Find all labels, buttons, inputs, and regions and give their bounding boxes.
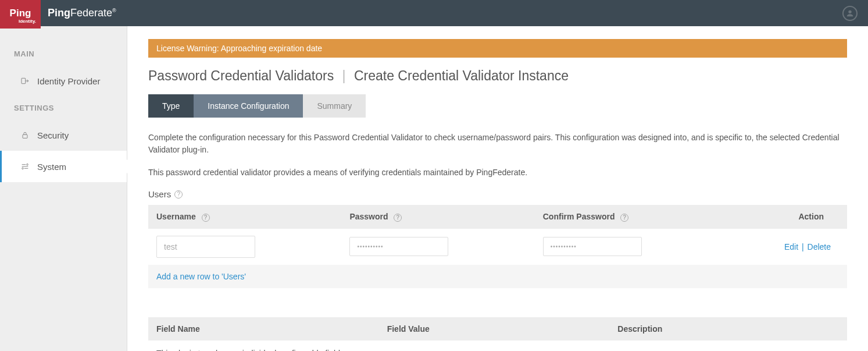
empty-fields-message: This plugin type has no individual confi… [148,341,847,352]
help-icon[interactable]: ? [620,214,628,222]
users-table: Username ? Password ? Confirm Password ?… [148,205,847,288]
svg-rect-2 [23,134,27,138]
col-username: Username ? [148,205,341,229]
sidebar-item-identity-provider[interactable]: Identity Provider [0,65,127,97]
breadcrumb-parent[interactable]: Password Credential Validators [148,68,334,83]
page-title: Password Credential Validators | Create … [148,68,847,84]
help-icon[interactable]: ? [174,190,183,198]
col-field-value: Field Value [379,317,610,341]
col-confirm-password: Confirm Password ? [535,205,728,229]
description-primary: Complete the configuration necessary for… [148,132,847,156]
tab-instance-configuration[interactable]: Instance Configuration [194,94,303,118]
svg-point-0 [848,10,851,13]
col-action: Action [728,205,847,229]
action-separator: | [802,242,804,251]
breadcrumb-separator: | [342,68,346,83]
add-row: Add a new row to 'Users' [148,265,847,288]
svg-rect-1 [22,78,26,83]
col-field-name: Field Name [148,317,379,341]
user-avatar-icon[interactable] [842,6,858,21]
fields-table: Field Name Field Value Description This … [148,317,847,352]
tabs: Type Instance Configuration Summary [148,94,847,118]
sidebar-item-security[interactable]: Security [0,119,127,151]
svg-point-3 [27,164,28,165]
password-input[interactable] [349,237,448,256]
sidebar-item-label: System [37,162,66,172]
product-name: PingFederate® [48,7,116,19]
col-description: Description [609,317,847,341]
confirm-password-input[interactable] [543,237,642,256]
identity-provider-icon [20,76,30,86]
ping-logo[interactable]: Ping Identity. [0,0,41,29]
sidebar: MAIN Identity Provider SETTINGS Security… [0,26,127,351]
users-section-label: Users ? [148,189,847,199]
users-label-text: Users [148,189,171,199]
svg-point-4 [22,168,24,169]
breadcrumb-current: Create Credential Validator Instance [354,68,569,83]
logo-text-sub: Identity. [19,19,36,24]
tab-summary[interactable]: Summary [303,94,366,118]
username-input[interactable] [156,236,255,258]
top-bar: Ping Identity. PingFederate® [0,0,868,26]
lock-icon [20,130,30,140]
help-icon[interactable]: ? [202,214,210,222]
col-password: Password ? [341,205,534,229]
sidebar-section-main: MAIN [0,42,127,65]
add-new-row-link[interactable]: Add a new row to 'Users' [156,272,246,281]
system-icon [20,161,30,172]
description-secondary: This password credential validator provi… [148,166,847,179]
help-icon[interactable]: ? [394,214,402,222]
sidebar-item-label: Security [37,130,69,140]
tab-type[interactable]: Type [148,94,194,118]
edit-link[interactable]: Edit [784,242,798,251]
logo-text-main: Ping [10,8,31,18]
sidebar-item-system[interactable]: System [0,151,127,182]
license-warning-banner: License Warning: Approaching expiration … [148,39,847,58]
main-content: License Warning: Approaching expiration … [127,26,868,351]
sidebar-item-label: Identity Provider [37,76,100,86]
sidebar-section-settings: SETTINGS [0,97,127,119]
delete-link[interactable]: Delete [808,242,831,251]
table-row: Edit | Delete [148,229,847,265]
